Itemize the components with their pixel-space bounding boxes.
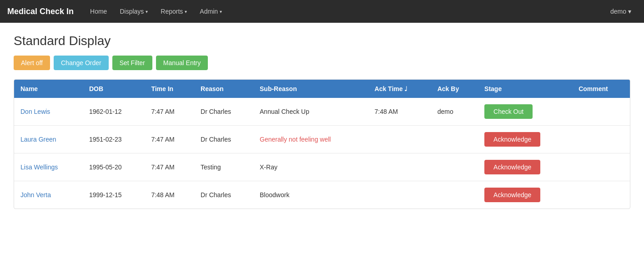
- patient-ack-by: [431, 153, 478, 181]
- patient-stage: Acknowledge: [478, 153, 572, 181]
- user-caret-icon: ▾: [628, 8, 631, 15]
- patient-comment: [572, 153, 630, 181]
- patient-time-in: 7:48 AM: [145, 181, 194, 209]
- patients-table: Name DOB Time In Reason Sub-Reason Ack T…: [14, 80, 630, 209]
- col-header-time-in: Time In: [145, 80, 194, 98]
- col-header-reason: Reason: [194, 80, 253, 98]
- patient-name[interactable]: Laura Green: [14, 126, 83, 153]
- col-header-comment: Comment: [572, 80, 630, 98]
- patient-sub-reason: X-Ray: [253, 153, 368, 181]
- set-filter-button[interactable]: Set Filter: [112, 56, 152, 70]
- nav-home[interactable]: Home: [85, 4, 112, 19]
- table-row: Laura Green1951-02-237:47 AMDr CharlesGe…: [14, 126, 630, 153]
- patient-name[interactable]: Lisa Wellings: [14, 153, 83, 181]
- patient-time-in: 7:47 AM: [145, 98, 194, 126]
- col-header-stage: Stage: [478, 80, 572, 98]
- patient-ack-time: [368, 181, 431, 209]
- patient-sub-reason: Bloodwork: [253, 181, 368, 209]
- navbar-user-menu[interactable]: demo ▾: [605, 4, 637, 19]
- navbar: Medical Check In Home Displays ▾ Reports…: [0, 0, 644, 23]
- patient-name[interactable]: John Verta: [14, 181, 83, 209]
- patient-ack-by: [431, 126, 478, 153]
- patient-time-in: 7:47 AM: [145, 126, 194, 153]
- col-header-sub-reason: Sub-Reason: [253, 80, 368, 98]
- col-header-name: Name: [14, 80, 83, 98]
- patient-reason: Testing: [194, 153, 253, 181]
- col-header-dob: DOB: [83, 80, 145, 98]
- patient-dob: 1951-02-23: [83, 126, 145, 153]
- checkout-button[interactable]: Check Out: [484, 104, 533, 119]
- patient-ack-time: [368, 126, 431, 153]
- patient-stage: Acknowledge: [478, 181, 572, 209]
- patient-ack-time: 7:48 AM: [368, 98, 431, 126]
- page-title: Standard Display: [14, 34, 630, 48]
- patient-ack-by: demo: [431, 98, 478, 126]
- manual-entry-button[interactable]: Manual Entry: [156, 56, 208, 70]
- patient-dob: 1999-12-15: [83, 181, 145, 209]
- patient-stage: Check Out: [478, 98, 572, 126]
- patient-ack-by: [431, 181, 478, 209]
- nav-admin[interactable]: Admin ▾: [194, 4, 227, 19]
- patient-dob: 1995-05-20: [83, 153, 145, 181]
- nav-reports[interactable]: Reports ▾: [155, 4, 192, 19]
- acknowledge-button[interactable]: Acknowledge: [484, 188, 540, 202]
- patient-stage: Acknowledge: [478, 126, 572, 153]
- navbar-nav: Home Displays ▾ Reports ▾ Admin ▾: [85, 4, 605, 19]
- patient-sub-reason: Generally not feeling well: [253, 126, 368, 153]
- col-header-ack-by: Ack By: [431, 80, 478, 98]
- table-header-row: Name DOB Time In Reason Sub-Reason Ack T…: [14, 80, 630, 98]
- col-header-ack-time: Ack Time ♩: [368, 80, 431, 98]
- patient-comment: [572, 98, 630, 126]
- patient-reason: Dr Charles: [194, 98, 253, 126]
- alert-off-button[interactable]: Alert off: [14, 56, 50, 70]
- toolbar: Alert off Change Order Set Filter Manual…: [14, 56, 630, 70]
- patient-comment: [572, 126, 630, 153]
- patient-reason: Dr Charles: [194, 181, 253, 209]
- table-row: John Verta1999-12-157:48 AMDr CharlesBlo…: [14, 181, 630, 209]
- acknowledge-button[interactable]: Acknowledge: [484, 160, 540, 174]
- patient-time-in: 7:47 AM: [145, 153, 194, 181]
- admin-caret-icon: ▾: [220, 9, 222, 14]
- patient-sub-reason: Annual Check Up: [253, 98, 368, 126]
- patient-comment: [572, 181, 630, 209]
- nav-displays[interactable]: Displays ▾: [114, 4, 153, 19]
- reports-caret-icon: ▾: [185, 9, 187, 14]
- main-content: Standard Display Alert off Change Order …: [0, 23, 644, 220]
- patient-name[interactable]: Don Lewis: [14, 98, 83, 126]
- change-order-button[interactable]: Change Order: [54, 56, 109, 70]
- table-row: Don Lewis1962-01-127:47 AMDr CharlesAnnu…: [14, 98, 630, 126]
- patients-table-wrapper: Name DOB Time In Reason Sub-Reason Ack T…: [14, 79, 630, 209]
- navbar-brand: Medical Check In: [7, 7, 74, 16]
- displays-caret-icon: ▾: [146, 9, 148, 14]
- acknowledge-button[interactable]: Acknowledge: [484, 132, 540, 147]
- patient-reason: Dr Charles: [194, 126, 253, 153]
- table-row: Lisa Wellings1995-05-207:47 AMTestingX-R…: [14, 153, 630, 181]
- patient-dob: 1962-01-12: [83, 98, 145, 126]
- patient-ack-time: [368, 153, 431, 181]
